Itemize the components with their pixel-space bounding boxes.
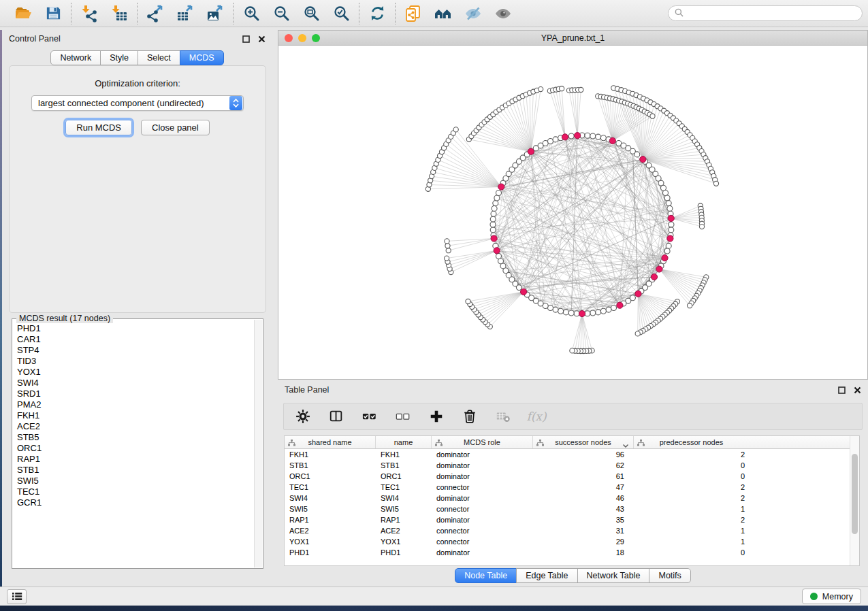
mcds-result-item[interactable]: CAR1 <box>13 334 253 345</box>
node-table-row[interactable]: ORC1ORC1dominator610 <box>285 471 859 482</box>
close-table-panel-icon[interactable] <box>854 386 861 394</box>
add-column-icon[interactable] <box>428 408 445 425</box>
mcds-hub-node <box>668 215 674 221</box>
column-header-mcds-role[interactable]: MCDS role <box>432 436 533 448</box>
node-table-row[interactable]: YOX1YOX1connector291 <box>285 536 859 547</box>
mcds-hub-node <box>651 274 657 280</box>
deselect-all-icon[interactable] <box>395 408 411 425</box>
column-header-name[interactable]: name <box>376 436 432 448</box>
tab-style[interactable]: Style <box>100 50 138 65</box>
memory-label: Memory <box>822 592 853 601</box>
tab-motifs[interactable]: Motifs <box>649 568 690 583</box>
apply-layout-icon[interactable] <box>368 4 387 23</box>
mcds-result-item[interactable]: RAP1 <box>13 454 253 465</box>
zoom-fit-icon[interactable] <box>302 4 321 23</box>
node-table-row[interactable]: STB1STB1dominator620 <box>285 460 859 471</box>
mcds-result-item[interactable]: STB5 <box>13 432 253 443</box>
table-options-gear-icon[interactable] <box>295 408 311 425</box>
delete-column-trash-icon[interactable] <box>462 408 478 425</box>
mcds-result-item[interactable]: TID3 <box>13 356 253 367</box>
cell-successor-nodes: 18 <box>533 548 634 557</box>
table-header-row: shared name name MCDS role successor nod… <box>285 436 859 449</box>
import-network-icon[interactable] <box>80 4 99 23</box>
table-body: FKH1FKH1dominator962STB1STB1dominator620… <box>285 449 859 558</box>
run-mcds-button[interactable]: Run MCDS <box>65 120 132 135</box>
zoom-out-icon[interactable] <box>272 4 291 23</box>
mcds-hub-node <box>498 184 504 190</box>
mcds-result-item[interactable]: ACE2 <box>13 421 253 432</box>
close-panel-button[interactable]: Close panel <box>141 120 210 135</box>
column-header-shared-name[interactable]: shared name <box>285 436 376 448</box>
mcds-result-item[interactable]: SWI4 <box>13 378 253 389</box>
tab-node-table[interactable]: Node Table <box>455 568 517 583</box>
mcds-result-item[interactable]: FKH1 <box>13 410 253 421</box>
export-network-icon[interactable] <box>146 4 165 23</box>
search-input[interactable] <box>688 9 856 18</box>
table-scrollbar-thumb[interactable] <box>852 454 858 534</box>
column-header-successor-nodes[interactable]: successor nodes <box>533 436 634 448</box>
mcds-result-item[interactable]: STB1 <box>13 465 253 476</box>
hide-selected-icon[interactable] <box>464 4 483 23</box>
node-table-row[interactable]: SWI5SWI5connector431 <box>285 503 859 514</box>
mcds-hub-node <box>662 255 668 261</box>
cell-predecessor-nodes: 2 <box>634 494 749 502</box>
mcds-result-scrollbar[interactable] <box>254 320 262 567</box>
cell-successor-nodes: 61 <box>533 472 634 480</box>
node-table-row[interactable]: ACE2ACE2connector311 <box>285 525 859 536</box>
tab-edge-table[interactable]: Edge Table <box>516 568 577 583</box>
mcds-result-item[interactable]: SRD1 <box>13 389 253 399</box>
node-table-row[interactable]: PHD1PHD1dominator180 <box>285 547 859 558</box>
show-columns-icon[interactable] <box>328 408 344 425</box>
tab-mcds[interactable]: MCDS <box>180 50 224 65</box>
node-table-row[interactable]: SWI4SWI4dominator462 <box>285 493 859 503</box>
file-group <box>5 4 71 23</box>
select-all-icon[interactable] <box>361 408 378 425</box>
close-panel-icon[interactable] <box>258 35 266 43</box>
float-table-panel-icon[interactable] <box>838 386 846 394</box>
zoom-selected-icon[interactable] <box>332 4 351 23</box>
network-window-titlebar[interactable]: YPA_prune.txt_1 <box>278 31 867 46</box>
column-label: successor nodes <box>555 438 611 446</box>
node-table-row[interactable]: TEC1TEC1connector472 <box>285 482 859 493</box>
column-header-predecessor-nodes[interactable]: predecessor nodes <box>634 436 749 448</box>
column-label: MCDS role <box>464 438 500 446</box>
mcds-result-item[interactable]: PMA2 <box>13 399 253 410</box>
mcds-result-item[interactable]: YOX1 <box>13 367 253 378</box>
mcds-result-item[interactable]: TEC1 <box>13 486 253 497</box>
view-group <box>396 4 521 23</box>
mcds-result-item[interactable]: STP4 <box>13 345 253 356</box>
cell-name: YOX1 <box>376 538 432 546</box>
node-table-row[interactable]: FKH1FKH1dominator962 <box>285 449 859 460</box>
mcds-result-item[interactable]: ORC1 <box>13 443 253 454</box>
cell-successor-nodes: 29 <box>533 538 634 546</box>
network-canvas[interactable] <box>278 46 867 379</box>
first-neighbors-icon[interactable] <box>434 4 453 23</box>
function-builder-icon: f(x) <box>528 408 545 425</box>
cell-successor-nodes: 62 <box>533 461 634 469</box>
zoom-group <box>234 4 359 23</box>
export-image-icon[interactable] <box>206 4 225 23</box>
mcds-result-list[interactable]: PHD1CAR1STP4TID3YOX1SWI4SRD1PMA2FKH1ACE2… <box>13 320 253 567</box>
task-history-button[interactable] <box>7 589 27 604</box>
mcds-result-item[interactable]: PHD1 <box>13 323 253 334</box>
tab-network-table[interactable]: Network Table <box>577 568 650 583</box>
import-table-icon[interactable] <box>110 4 129 23</box>
zoom-in-icon[interactable] <box>242 4 261 23</box>
criterion-select[interactable]: largest connected component (undirected) <box>31 95 244 111</box>
export-group <box>138 4 233 23</box>
mcds-result-item[interactable]: GCR1 <box>13 497 253 508</box>
save-session-icon[interactable] <box>44 4 63 23</box>
memory-button[interactable]: Memory <box>802 589 861 604</box>
show-all-icon[interactable] <box>494 4 513 23</box>
table-panel-header: Table Panel <box>278 381 868 399</box>
node-table-row[interactable]: RAP1RAP1dominator352 <box>285 514 859 525</box>
open-file-icon[interactable] <box>14 4 33 23</box>
cell-shared-name: FKH1 <box>285 450 376 459</box>
new-network-from-selection-icon[interactable] <box>404 4 423 23</box>
table-scrollbar[interactable] <box>850 436 859 565</box>
tab-select[interactable]: Select <box>138 50 180 65</box>
float-panel-icon[interactable] <box>242 35 250 43</box>
mcds-result-item[interactable]: SWI5 <box>13 476 253 486</box>
export-table-icon[interactable] <box>176 4 195 23</box>
tab-network[interactable]: Network <box>50 50 101 65</box>
